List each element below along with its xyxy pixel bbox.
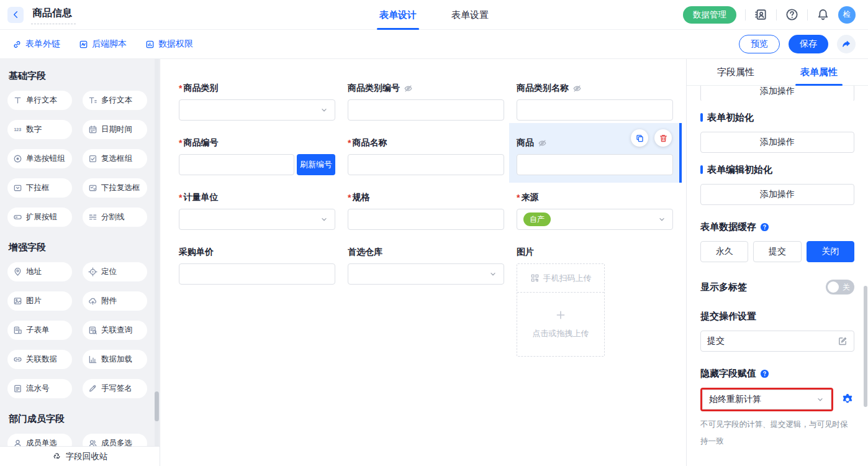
tab-field-properties[interactable]: 字段属性 [712, 59, 759, 85]
sidebar-item-lookup[interactable]: 关联查询 [83, 321, 147, 340]
gear-icon[interactable] [841, 393, 854, 406]
field-category-name[interactable]: 商品类别名称 [517, 82, 673, 121]
field-label-text: 商品编号 [183, 137, 218, 148]
contacts-icon[interactable] [754, 8, 767, 21]
bell-icon[interactable] [816, 8, 830, 21]
field-purchase-price[interactable]: 采购单价 [179, 246, 335, 357]
tab-form-properties[interactable]: 表单属性 [795, 59, 843, 85]
data-permission-link[interactable]: 数据权限 [145, 39, 193, 50]
field-warehouse[interactable]: 首选仓库 [348, 246, 504, 357]
scan-upload-button[interactable]: 手机扫码上传 [517, 264, 604, 293]
share-button[interactable] [837, 35, 856, 53]
field-product-input[interactable] [517, 154, 673, 175]
sidebar-item-select[interactable]: 下拉框 [7, 178, 72, 198]
sidebar-item-label: 分割线 [101, 212, 125, 222]
avatar[interactable]: 检 [838, 6, 856, 24]
field-purchase-price-input[interactable] [179, 263, 335, 285]
hidden-field-assign-label: 隐藏字段赋值 [700, 368, 756, 380]
sidebar-item-checkbox[interactable]: 复选框组 [83, 149, 147, 168]
sidebar-item-locate[interactable]: 定位 [83, 262, 147, 281]
field-category-code-input[interactable] [348, 99, 504, 121]
field-source-select[interactable]: 自产 [517, 209, 673, 230]
field-spec-input[interactable] [348, 209, 504, 230]
tab-form-design[interactable]: 表单设计 [377, 0, 419, 30]
sidebar-item-number[interactable]: 123数字 [7, 120, 72, 139]
field-recycle-bin-label: 字段回收站 [66, 451, 108, 462]
field-product-name-input[interactable] [348, 154, 504, 175]
hidden-field-assign-value: 始终重新计算 [709, 394, 761, 405]
required-asterisk: * [179, 138, 182, 148]
preview-button[interactable]: 预览 [739, 35, 780, 53]
sidebar-item-signature[interactable]: 手写签名 [83, 379, 147, 398]
sidebar-item-text-single[interactable]: 单行文本 [7, 91, 72, 110]
sidebar-item-image[interactable]: 图片 [7, 291, 72, 311]
sidebar-item-button-ext[interactable]: 扩展按钮 [7, 208, 72, 227]
multi-tab-toggle[interactable]: 关 [826, 280, 854, 295]
form-canvas[interactable]: *商品类别商品类别编号商品类别名称*商品编号刷新编号*商品名称商品*计量单位*规… [160, 59, 686, 466]
field-recycle-bin[interactable]: 字段回收站 [0, 447, 160, 466]
cache-option-close[interactable]: 关闭 [807, 241, 854, 262]
tab-form-settings[interactable]: 表单设置 [449, 0, 491, 30]
radio-icon [13, 154, 22, 163]
form-edit-init-add-action-button[interactable]: 添加操作 [700, 184, 854, 205]
backend-script-link[interactable]: 后端脚本 [79, 39, 127, 50]
field-unit-select[interactable] [179, 209, 335, 230]
copy-field-button[interactable] [631, 129, 648, 147]
question-circle-icon[interactable] [760, 369, 769, 378]
chevron-down-icon [816, 395, 825, 404]
field-category-select[interactable] [179, 99, 335, 121]
field-product[interactable]: 商品 [517, 137, 673, 175]
sidebar-item-divider-line[interactable]: 分割线 [83, 208, 147, 227]
field-warehouse-select[interactable] [348, 263, 504, 285]
sidebar-item-radio[interactable]: 单选按钮组 [7, 149, 72, 168]
data-manage-button[interactable]: 数据管理 [683, 6, 736, 24]
sidebar-item-select-multi[interactable]: 下拉复选框 [83, 178, 147, 198]
field-label: 图片 [517, 246, 673, 258]
sidebar-scrollbar-track [155, 59, 159, 447]
sidebar-item-cloud-upload[interactable]: 附件 [83, 291, 147, 311]
cache-option-permanent[interactable]: 永久 [700, 241, 748, 262]
sidebar-item-data-load[interactable]: 数据加载 [83, 350, 147, 369]
help-icon[interactable] [785, 8, 798, 21]
sidebar-item-label: 附件 [101, 296, 117, 306]
chevron-down-icon [320, 215, 328, 224]
field-spec[interactable]: *规格 [348, 191, 504, 230]
form-init-add-action-button[interactable]: 添加操作 [700, 132, 854, 153]
trash-icon [659, 134, 668, 143]
sidebar-item-label: 流水号 [26, 383, 50, 394]
field-source[interactable]: *来源自产 [517, 191, 673, 230]
sidebar-item-calendar[interactable]: 日期时间 [83, 120, 147, 139]
sidebar-item-map-pin[interactable]: 地址 [7, 262, 72, 281]
sidebar-scrollbar-thumb[interactable] [155, 391, 159, 421]
field-category-name-input[interactable] [517, 99, 673, 121]
click-drag-upload-button[interactable]: 点击或拖拽上传 [517, 293, 604, 356]
question-circle-icon[interactable] [760, 222, 769, 232]
field-category-code[interactable]: 商品类别编号 [348, 82, 504, 121]
field-product-name[interactable]: *商品名称 [348, 137, 504, 175]
panel-scrollbar-thumb[interactable] [864, 286, 867, 407]
field-product-code-input[interactable] [179, 154, 294, 175]
cache-option-submit[interactable]: 提交 [753, 241, 801, 262]
header-tabs: 表单设计 表单设置 [377, 0, 491, 30]
form-external-link[interactable]: 表单外链 [12, 39, 60, 50]
sidebar-item-label: 下拉复选框 [101, 183, 140, 193]
hidden-field-assign-select[interactable]: 始终重新计算 [702, 390, 831, 409]
sidebar-item-label: 多行文本 [101, 95, 132, 106]
save-button[interactable]: 保存 [789, 35, 828, 53]
clipped-add-action-button[interactable]: 添加操作 [700, 86, 854, 101]
back-button[interactable] [7, 7, 24, 23]
field-unit[interactable]: *计量单位 [179, 191, 335, 230]
sidebar-item-serial[interactable]: 流水号 [7, 379, 72, 398]
field-image[interactable]: 图片手机扫码上传点击或拖拽上传 [517, 246, 673, 357]
refresh-code-button[interactable]: 刷新编号 [297, 154, 335, 175]
chevron-down-icon [658, 215, 666, 224]
field-product-code[interactable]: *商品编号刷新编号 [179, 137, 335, 175]
sidebar-item-text-multi[interactable]: 多行文本 [83, 91, 147, 110]
sidebar-item-subform[interactable]: 子表单 [7, 321, 72, 340]
field-category[interactable]: *商品类别 [179, 82, 335, 121]
sidebar-item-link-data[interactable]: 关联数据 [7, 350, 72, 369]
submit-action-setting[interactable]: 提交 [700, 331, 854, 352]
link-icon [12, 40, 22, 49]
edit-icon[interactable] [838, 336, 848, 346]
delete-field-button[interactable] [654, 129, 672, 147]
